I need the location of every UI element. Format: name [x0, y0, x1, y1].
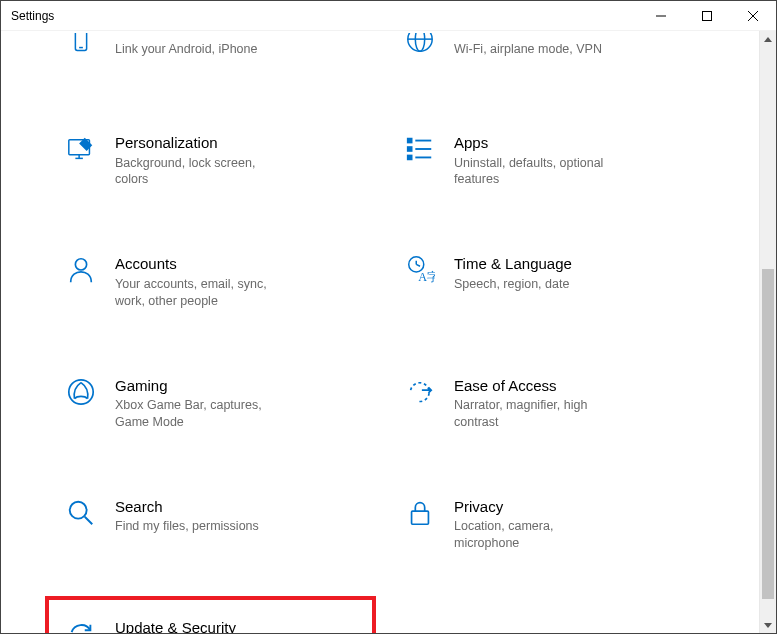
phone-icon — [65, 33, 97, 57]
maximize-button[interactable] — [684, 1, 730, 30]
tile-title: Search — [115, 497, 259, 517]
ease-of-access-icon — [404, 376, 436, 408]
tile-title: Ease of Access — [454, 376, 622, 396]
tile-desc: Narrator, magnifier, high contrast — [454, 397, 622, 431]
tile-desc: Speech, region, date — [454, 276, 572, 293]
tile-desc: Background, lock screen, colors — [115, 155, 283, 189]
tile-title: Update & Security — [115, 618, 283, 634]
tile-search[interactable]: Search Find my files, permissions — [61, 491, 360, 558]
tile-desc: Find my files, permissions — [115, 518, 259, 535]
svg-rect-16 — [408, 156, 412, 160]
scroll-down-arrow[interactable] — [760, 617, 776, 634]
scroll-thumb[interactable] — [762, 269, 774, 599]
svg-line-25 — [85, 517, 93, 525]
tile-accounts[interactable]: Accounts Your accounts, email, sync, wor… — [61, 248, 360, 315]
svg-rect-26 — [412, 511, 429, 524]
tile-update-security[interactable]: Update & Security Windows Update, recove… — [61, 612, 360, 634]
privacy-icon — [404, 497, 436, 529]
svg-rect-1 — [703, 11, 712, 20]
tile-desc: Your accounts, email, sync, work, other … — [115, 276, 283, 310]
tile-desc: Xbox Game Bar, captures, Game Mode — [115, 397, 283, 431]
time-language-icon: A字 — [404, 254, 436, 286]
window-title: Settings — [11, 9, 54, 23]
svg-text:A字: A字 — [418, 271, 435, 285]
tile-title: Accounts — [115, 254, 283, 274]
tile-desc: Link your Android, iPhone — [115, 41, 257, 58]
svg-line-21 — [416, 265, 420, 267]
search-icon — [65, 497, 97, 529]
svg-point-24 — [70, 502, 87, 519]
tile-phone[interactable]: Link your Android, iPhone — [61, 33, 360, 73]
apps-icon — [404, 133, 436, 165]
tile-personalization[interactable]: Personalization Background, lock screen,… — [61, 127, 360, 194]
tile-privacy[interactable]: Privacy Location, camera, microphone — [400, 491, 699, 558]
svg-point-18 — [75, 259, 86, 270]
tile-time-language[interactable]: A字 Time & Language Speech, region, date — [400, 248, 699, 315]
close-button[interactable] — [730, 1, 776, 30]
tile-ease-of-access[interactable]: Ease of Access Narrator, magnifier, high… — [400, 370, 699, 437]
globe-icon — [404, 33, 436, 57]
vertical-scrollbar[interactable] — [759, 31, 776, 634]
gaming-icon — [65, 376, 97, 408]
tile-title: Apps — [454, 133, 622, 153]
tile-desc: Location, camera, microphone — [454, 518, 622, 552]
tile-title: Personalization — [115, 133, 283, 153]
tile-network[interactable]: Wi-Fi, airplane mode, VPN — [400, 33, 699, 73]
settings-content: Link your Android, iPhone Wi-Fi, airplan… — [1, 31, 759, 634]
svg-point-6 — [408, 33, 432, 51]
tile-title: Gaming — [115, 376, 283, 396]
tile-desc: Wi-Fi, airplane mode, VPN — [454, 41, 602, 58]
tile-desc: Uninstall, defaults, optional features — [454, 155, 622, 189]
tile-apps[interactable]: Apps Uninstall, defaults, optional featu… — [400, 127, 699, 194]
svg-rect-14 — [408, 147, 412, 151]
scroll-up-arrow[interactable] — [760, 31, 776, 48]
window-controls — [638, 1, 776, 30]
svg-rect-12 — [408, 139, 412, 143]
tile-title: Privacy — [454, 497, 622, 517]
svg-point-7 — [415, 33, 424, 51]
minimize-button[interactable] — [638, 1, 684, 30]
titlebar: Settings — [1, 1, 776, 31]
tile-title: Time & Language — [454, 254, 572, 274]
personalization-icon — [65, 133, 97, 165]
update-security-icon — [65, 618, 97, 634]
accounts-icon — [65, 254, 97, 286]
tile-gaming[interactable]: Gaming Xbox Game Bar, captures, Game Mod… — [61, 370, 360, 437]
